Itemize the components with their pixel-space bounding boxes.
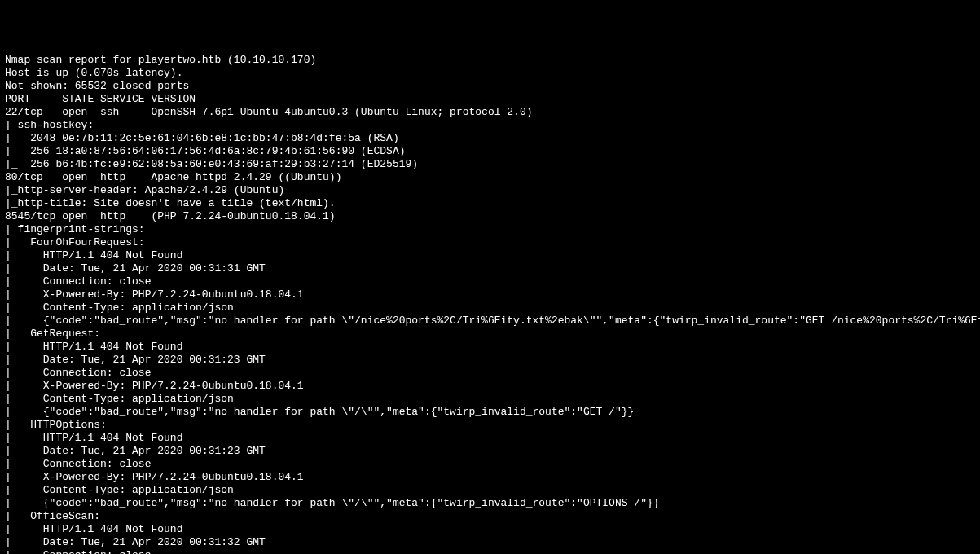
terminal-line: | FourOhFourRequest: [5, 236, 975, 249]
terminal-line: | Date: Tue, 21 Apr 2020 00:31:31 GMT [5, 262, 975, 275]
terminal-line: | Connection: close [5, 458, 975, 471]
terminal-line: | Connection: close [5, 367, 975, 380]
terminal-line: | Content-Type: application/json [5, 393, 975, 406]
terminal-line: | Connection: close [5, 549, 975, 554]
terminal-line: | Content-Type: application/json [5, 484, 975, 497]
terminal-line: | 2048 0e:7b:11:2c:5e:61:04:6b:e8:1c:bb:… [5, 132, 975, 145]
terminal-line: | HTTP/1.1 404 Not Found [5, 249, 975, 262]
terminal-line: |_http-title: Site doesn't have a title … [5, 197, 975, 210]
terminal-line: 80/tcp open http Apache httpd 2.4.29 ((U… [5, 171, 975, 184]
terminal-line: | X-Powered-By: PHP/7.2.24-0ubuntu0.18.0… [5, 288, 975, 301]
terminal-line: | HTTPOptions: [5, 419, 975, 432]
terminal-line: | HTTP/1.1 404 Not Found [5, 432, 975, 445]
terminal-line: Host is up (0.070s latency). [5, 67, 975, 80]
terminal-line: | Date: Tue, 21 Apr 2020 00:31:23 GMT [5, 445, 975, 458]
terminal-line: |_ 256 b6:4b:fc:e9:62:08:5a:60:e0:43:69:… [5, 158, 975, 171]
terminal-line: | {"code":"bad_route","msg":"no handler … [5, 406, 975, 419]
terminal-line: | Date: Tue, 21 Apr 2020 00:31:23 GMT [5, 354, 975, 367]
terminal-line: |_http-server-header: Apache/2.4.29 (Ubu… [5, 184, 975, 197]
terminal-line: | X-Powered-By: PHP/7.2.24-0ubuntu0.18.0… [5, 380, 975, 393]
terminal-line: PORT STATE SERVICE VERSION [5, 93, 975, 106]
terminal-line: | {"code":"bad_route","msg":"no handler … [5, 314, 975, 328]
terminal-line: Not shown: 65532 closed ports [5, 80, 975, 93]
terminal-line: Nmap scan report for playertwo.htb (10.1… [5, 54, 975, 67]
terminal-line: | HTTP/1.1 404 Not Found [5, 523, 975, 536]
terminal-line: | {"code":"bad_route","msg":"no handler … [5, 497, 975, 510]
terminal-line: | fingerprint-strings: [5, 223, 975, 236]
terminal-line: | ssh-hostkey: [5, 119, 975, 132]
terminal-line: | HTTP/1.1 404 Not Found [5, 341, 975, 354]
terminal-line: | Content-Type: application/json [5, 301, 975, 314]
terminal-line: | GetRequest: [5, 328, 975, 341]
terminal-output: Nmap scan report for playertwo.htb (10.1… [5, 54, 975, 554]
terminal-line: 22/tcp open ssh OpenSSH 7.6p1 Ubuntu 4ub… [5, 106, 975, 119]
terminal-line: | Connection: close [5, 275, 975, 288]
terminal-line: | OfficeScan: [5, 510, 975, 523]
terminal-line: | X-Powered-By: PHP/7.2.24-0ubuntu0.18.0… [5, 471, 975, 484]
terminal-line: | 256 18:a0:87:56:64:06:17:56:4d:6a:8c:7… [5, 145, 975, 158]
terminal-line: 8545/tcp open http (PHP 7.2.24-0ubuntu0.… [5, 210, 975, 223]
terminal-line: | Date: Tue, 21 Apr 2020 00:31:32 GMT [5, 536, 975, 549]
